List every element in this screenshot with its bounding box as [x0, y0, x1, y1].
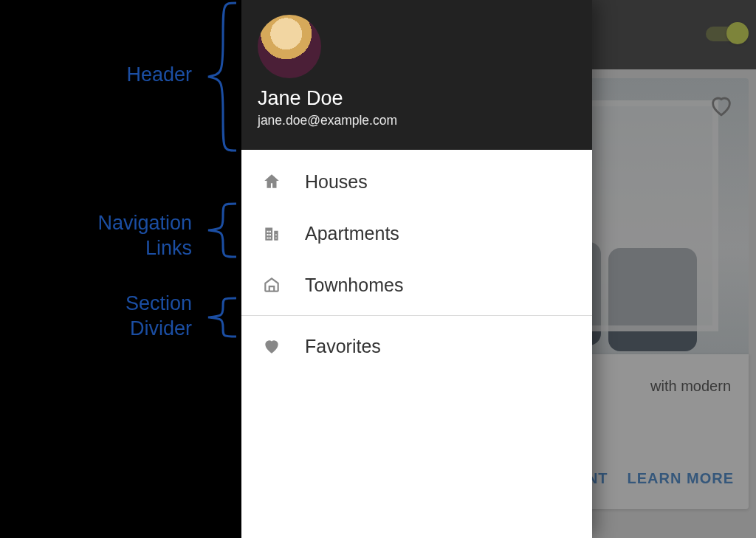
navigation-links: Houses Apartments Townhomes	[241, 150, 592, 372]
nav-item-label: Apartments	[305, 223, 399, 244]
nav-item-label: Townhomes	[305, 275, 403, 296]
user-name: Jane Doe	[258, 87, 576, 110]
nav-item-townhomes[interactable]: Townhomes	[241, 259, 592, 311]
drawer-header: Jane Doe jane.doe@example.com	[241, 0, 592, 150]
home-icon	[261, 170, 283, 193]
nav-item-favorites[interactable]: Favorites	[241, 320, 592, 372]
annotation-section-divider: Section Divider	[63, 292, 192, 342]
annotation-navigation-links: Navigation Links	[31, 211, 192, 261]
nav-item-houses[interactable]: Houses	[241, 156, 592, 207]
avatar[interactable]	[258, 15, 321, 78]
navigation-drawer: Jane Doe jane.doe@example.com Houses Apa…	[241, 0, 592, 538]
heart-filled-icon	[261, 335, 283, 357]
building-icon	[261, 222, 283, 244]
nav-item-label: Favorites	[305, 336, 381, 357]
townhome-icon	[261, 274, 283, 296]
nav-item-label: Houses	[305, 171, 368, 193]
nav-item-apartments[interactable]: Apartments	[241, 207, 592, 259]
annotation-header: Header	[52, 63, 192, 88]
user-email: jane.doe@example.com	[258, 113, 576, 128]
section-divider	[241, 315, 592, 316]
